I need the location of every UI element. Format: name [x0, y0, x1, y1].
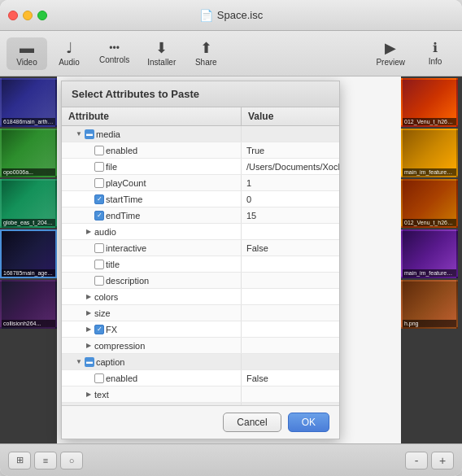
- toolbar-item-video[interactable]: ▬ Video: [7, 37, 47, 70]
- attr-checkbox[interactable]: [94, 243, 104, 253]
- right-file-panel: 012_Venu_t_h264_29.97.mp4 main_im_featur…: [401, 76, 462, 443]
- toolbar-item-preview[interactable]: ▶ Preview: [368, 37, 413, 70]
- toolbar-item-info[interactable]: ℹ Info: [415, 38, 455, 69]
- toolbar-item-installer[interactable]: ⬇ Installer: [139, 37, 184, 70]
- value-cell: [242, 256, 339, 272]
- attr-label: description: [106, 276, 149, 286]
- section-icon: ▬: [85, 129, 94, 139]
- cancel-button[interactable]: Cancel: [223, 413, 281, 432]
- value-cell: [242, 321, 339, 337]
- table-row: text: [62, 386, 339, 403]
- view-controls: ⊞ ≡ ○: [8, 452, 83, 469]
- attr-label: enabled: [106, 146, 137, 155]
- maximize-button[interactable]: [37, 11, 47, 20]
- attr-cell: startTime: [62, 191, 242, 207]
- attr-label: text: [94, 390, 109, 400]
- list-item[interactable]: h.png: [401, 280, 458, 329]
- main-content: 618486main_arth_2048.p... opo0006a... gl…: [0, 76, 462, 443]
- attr-label: title: [106, 260, 120, 269]
- collapse-arrow[interactable]: [75, 130, 83, 138]
- list-view-button[interactable]: ≡: [34, 452, 57, 469]
- collapse-arrow[interactable]: [85, 325, 93, 334]
- media-view-button[interactable]: ○: [60, 452, 83, 469]
- value-cell: 0: [242, 191, 339, 207]
- collapse-arrow[interactable]: [85, 293, 93, 301]
- paste-attributes-dialog: Select Attributes to Paste Attribute Val…: [61, 81, 340, 439]
- attribute-column-header: Attribute: [62, 107, 242, 125]
- attr-cell: text: [62, 386, 242, 402]
- attr-label: FX: [106, 325, 117, 334]
- attr-checkbox[interactable]: [94, 325, 104, 334]
- toolbar-item-share[interactable]: ⬆ Share: [185, 37, 226, 70]
- attr-label: endTime: [106, 211, 140, 221]
- collapse-arrow[interactable]: [75, 358, 83, 366]
- toolbar-item-audio[interactable]: ♩ Audio: [49, 37, 89, 70]
- preview-icon: ▶: [385, 41, 396, 55]
- collapse-arrow[interactable]: [85, 228, 93, 236]
- attr-label: interactive: [106, 243, 146, 253]
- table-row: title: [62, 256, 339, 273]
- attr-checkbox[interactable]: [94, 194, 104, 204]
- value-cell: True: [242, 142, 339, 158]
- table-row: compression: [62, 338, 339, 354]
- collapse-arrow[interactable]: [85, 342, 93, 350]
- list-item[interactable]: 012_Venu_t_h264_29.97mp4: [401, 179, 458, 228]
- table-row: size: [62, 305, 339, 321]
- list-item[interactable]: 618486main_arth_2048.p...: [0, 78, 57, 127]
- attr-cell: audio: [62, 224, 242, 239]
- table-row: file /Users/Documents/Xochi/...: [62, 159, 339, 175]
- close-button[interactable]: [8, 11, 18, 20]
- list-item[interactable]: main_im_feature_7_full.jpg: [401, 229, 458, 278]
- list-item[interactable]: collisionh264...: [0, 280, 57, 329]
- list-item[interactable]: main_im_feature_7_full.jpg: [401, 129, 458, 177]
- attr-label: playCount: [106, 178, 146, 188]
- attr-checkbox[interactable]: [94, 211, 104, 221]
- attr-cell: enabled: [62, 142, 242, 158]
- attr-label: file: [106, 162, 117, 172]
- window-title: 📄 Space.isc: [199, 9, 263, 22]
- file-label: main_im_feature_7_full.jpg: [403, 269, 456, 277]
- value-cell: [242, 354, 339, 369]
- left-file-panel: 618486main_arth_2048.p... opo0006a... gl…: [0, 76, 57, 443]
- list-item[interactable]: opo0006a...: [0, 129, 57, 177]
- value-cell: [242, 224, 339, 239]
- collapse-arrow[interactable]: [85, 309, 93, 317]
- share-icon: ⬆: [200, 41, 212, 55]
- nav-minus-button[interactable]: -: [405, 452, 428, 469]
- value-column-header: Value: [242, 107, 339, 125]
- attr-cell: file: [62, 159, 242, 174]
- attr-checkbox[interactable]: [94, 373, 104, 383]
- title-bar: 📄 Space.isc: [0, 0, 462, 31]
- value-cell: False: [242, 240, 339, 255]
- nav-plus-button[interactable]: +: [431, 452, 454, 469]
- attr-checkbox[interactable]: [94, 162, 104, 172]
- minimize-button[interactable]: [23, 11, 33, 20]
- attr-checkbox[interactable]: [94, 260, 104, 269]
- ok-button[interactable]: OK: [288, 413, 329, 432]
- grid-view-button[interactable]: ⊞: [8, 452, 31, 469]
- attr-label: media: [96, 129, 120, 139]
- attr-label: startTime: [106, 194, 142, 204]
- attr-checkbox[interactable]: [94, 146, 104, 155]
- attr-label: audio: [94, 227, 116, 237]
- list-item[interactable]: 168785main_age_feature_55.ys_full.jp: [0, 229, 57, 278]
- attr-cell: title: [62, 256, 242, 272]
- attr-label: colors: [94, 292, 118, 302]
- file-label: 618486main_arth_2048.p...: [2, 118, 55, 125]
- table-row: endTime 15: [62, 207, 339, 224]
- file-label: 012_Venu_t_h264_29.97mp4: [403, 219, 456, 226]
- table-row: playCount 1: [62, 175, 339, 191]
- collapse-arrow[interactable]: [85, 391, 93, 399]
- section-icon: ▬: [85, 357, 94, 367]
- list-item[interactable]: 012_Venu_t_h264_29.97.mp4: [401, 78, 458, 127]
- toolbar-item-controls[interactable]: ••• Controls: [91, 40, 137, 68]
- table-row: interactive False: [62, 240, 339, 256]
- file-label: main_im_feature_7_full.jpg: [403, 168, 456, 176]
- attr-checkbox[interactable]: [94, 276, 104, 286]
- attr-checkbox[interactable]: [94, 178, 104, 188]
- list-item[interactable]: globe_eas_t_2048.png: [0, 179, 57, 228]
- table-row: ▬ caption: [62, 354, 339, 370]
- attr-label: compression: [94, 341, 145, 351]
- attributes-table[interactable]: Attribute Value ▬ media: [62, 107, 339, 405]
- dialog-buttons: Cancel OK: [62, 405, 339, 439]
